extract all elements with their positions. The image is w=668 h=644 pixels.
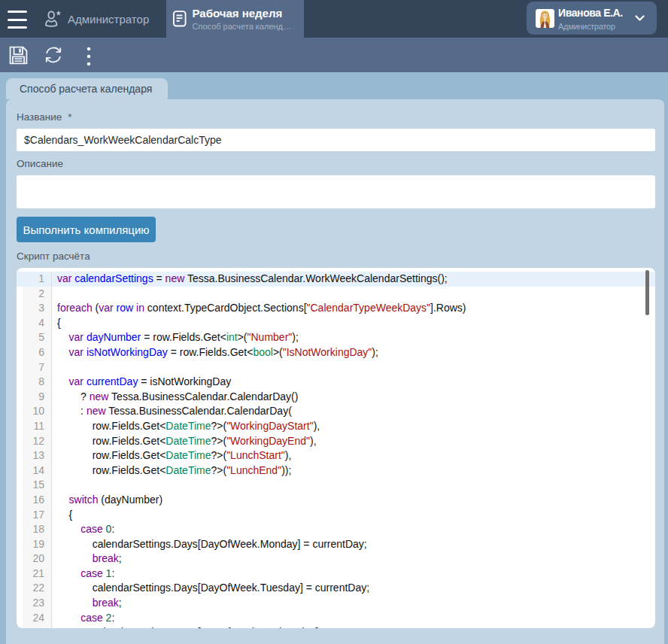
content-area: Способ расчета календаря Название* Описа… [0, 72, 668, 644]
editor-line-21[interactable]: 21 case 1: [17, 567, 655, 582]
editor-line-9[interactable]: 9 ? new Tessa.BusinessCalendar.CalendarD… [17, 390, 655, 405]
editor-line-22[interactable]: 22 calendarSettings.Days[DayOfWeek.Tuesd… [17, 581, 655, 596]
editor-line-11[interactable]: 11 row.Fields.Get<DateTime?>("WorkingDay… [17, 419, 655, 434]
document-icon [173, 11, 187, 27]
editor-line-10[interactable]: 10 : new Tessa.BusinessCalendar.Calendar… [17, 404, 655, 419]
name-field-label: Название* [17, 111, 72, 123]
editor-line-number: 13 [23, 448, 52, 463]
editor-line-13[interactable]: 13 row.Fields.Get<DateTime?>("LunchStart… [17, 448, 655, 463]
editor-line-number: 8 [23, 375, 52, 390]
editor-line-number: 16 [23, 493, 52, 508]
workspace-tab-label: Администратор [68, 13, 149, 26]
document-tab[interactable]: Рабочая неделя Способ расчета календ… [166, 0, 304, 38]
editor-line-number: 23 [23, 596, 52, 611]
editor-line-12[interactable]: 12 row.Fields.Get<DateTime?>("WorkingDay… [17, 434, 655, 449]
code-editor-lines: 1var calendarSettings = new Tessa.Busine… [17, 272, 655, 628]
editor-line-number: 25 [23, 625, 52, 628]
editor-line-number: 12 [23, 434, 52, 449]
editor-line-number: 6 [23, 345, 52, 360]
description-input[interactable] [17, 175, 655, 208]
editor-line-number: 7 [23, 360, 52, 375]
editor-scrollbar-thumb[interactable] [645, 270, 649, 315]
editor-line-1[interactable]: 1var calendarSettings = new Tessa.Busine… [17, 272, 655, 287]
kebab-menu-icon [87, 47, 91, 66]
document-tab-subtitle: Способ расчета календ… [193, 22, 292, 31]
editor-line-number: 20 [23, 551, 52, 567]
name-input[interactable] [17, 129, 655, 151]
workspace-tab-administrator[interactable]: Администратор [35, 0, 149, 38]
code-editor[interactable]: 1var calendarSettings = new Tessa.Busine… [17, 268, 655, 628]
editor-line-16[interactable]: 16 switch (dayNumber) [17, 493, 655, 508]
editor-line-number: 9 [23, 390, 52, 405]
script-field-label: Скрипт расчёта [17, 251, 90, 262]
user-star-icon [44, 10, 62, 28]
editor-line-14[interactable]: 14 row.Fields.Get<DateTime?>("LunchEnd")… [17, 463, 655, 478]
editor-line-19[interactable]: 19 calendarSettings.Days[DayOfWeek.Monda… [17, 537, 655, 552]
editor-line-20[interactable]: 20 break; [17, 551, 655, 567]
editor-line-number: 5 [23, 330, 52, 345]
editor-line-8[interactable]: 8 var currentDay = isNotWorkingDay [17, 375, 655, 390]
required-mark: * [68, 111, 71, 123]
editor-line-number: 11 [23, 419, 52, 434]
editor-line-number: 1 [23, 272, 52, 287]
editor-line-2[interactable]: 2 [17, 287, 655, 302]
refresh-button[interactable] [38, 38, 68, 72]
editor-line-17[interactable]: 17 { [17, 508, 655, 523]
editor-line-number: 18 [23, 522, 52, 537]
toolbar [0, 38, 668, 72]
chevron-down-icon [635, 15, 645, 22]
card-tab[interactable]: Способ расчета календаря [6, 78, 168, 99]
document-tab-title: Рабочая неделя [193, 7, 292, 20]
editor-line-4[interactable]: 4{ [17, 316, 655, 331]
save-button[interactable] [3, 38, 33, 72]
description-field-label: Описание [17, 158, 63, 169]
editor-line-3[interactable]: 3foreach (var row in context.TypeCardObj… [17, 301, 655, 316]
editor-line-24[interactable]: 24 case 2: [17, 611, 655, 626]
compile-button[interactable]: Выполнить компиляцию [17, 217, 156, 242]
editor-line-7[interactable]: 7 [17, 360, 655, 375]
editor-line-18[interactable]: 18 case 0: [17, 522, 655, 537]
editor-line-number: 10 [23, 404, 52, 419]
editor-line-number: 17 [23, 508, 52, 523]
editor-line-number: 14 [23, 463, 52, 478]
editor-line-5[interactable]: 5 var dayNumber = row.Fields.Get<int>("N… [17, 330, 655, 345]
user-role: Администратор [558, 22, 615, 31]
editor-line-number: 22 [23, 581, 52, 596]
editor-line-number: 19 [23, 537, 52, 552]
user-menu[interactable]: Иванова Е.А. Администратор [527, 2, 657, 35]
hamburger-menu-icon[interactable] [8, 11, 27, 29]
editor-line-number: 3 [23, 301, 52, 316]
avatar [536, 9, 554, 28]
editor-line-number: 15 [23, 478, 52, 493]
editor-line-number: 24 [23, 611, 52, 626]
more-actions-button[interactable] [75, 38, 102, 72]
editor-line-number: 21 [23, 567, 52, 582]
user-name: Иванова Е.А. [558, 7, 623, 19]
save-icon [8, 45, 29, 65]
editor-line-23[interactable]: 23 break; [17, 596, 655, 611]
card-tab-label: Способ расчета календаря [20, 83, 152, 95]
top-bar: Администратор Рабочая неделя Способ расч… [0, 0, 668, 38]
editor-line-25[interactable]: 25 calendarSettings.Days[DayOfWeek.Wedne… [17, 625, 655, 628]
editor-line-15[interactable]: 15 [17, 478, 655, 493]
editor-line-6[interactable]: 6 var isNotWorkingDay = row.Fields.Get<b… [17, 345, 655, 360]
refresh-icon [43, 44, 64, 65]
editor-line-number: 4 [23, 316, 52, 331]
editor-line-number: 2 [23, 287, 52, 302]
